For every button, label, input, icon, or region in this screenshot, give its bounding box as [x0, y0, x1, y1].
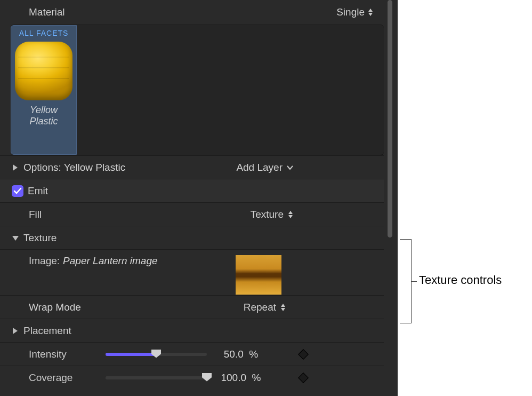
material-preview-swatch[interactable]: [15, 42, 72, 100]
facets-strip: ALL FACETS Yellow Plastic: [11, 25, 384, 155]
texture-image-label: Image: Paper Lantern image: [29, 255, 158, 267]
wrap-mode-dropdown[interactable]: Repeat: [240, 300, 289, 314]
coverage-label: Coverage: [29, 372, 98, 384]
texture-image-row: Image: Paper Lantern image: [0, 249, 384, 295]
annotation-label: Texture controls: [419, 273, 502, 287]
texture-image-well[interactable]: [236, 255, 281, 295]
keyframe-icon[interactable]: [298, 373, 309, 383]
wrap-mode-row: Wrap Mode Repeat: [0, 295, 384, 319]
scroll-thumb[interactable]: [388, 0, 392, 237]
texture-group-row: Texture: [0, 226, 384, 249]
options-label: Options: Yellow Plastic: [23, 162, 233, 173]
fill-label: Fill: [29, 209, 247, 220]
material-header-row: Material Single: [0, 0, 384, 25]
placement-row: Placement: [0, 319, 384, 342]
disclosure-down-icon[interactable]: [12, 235, 23, 241]
options-row: Options: Yellow Plastic Add Layer: [0, 155, 384, 179]
intensity-slider[interactable]: [106, 353, 207, 356]
material-mode-value: Single: [336, 6, 365, 18]
keyframe-icon[interactable]: [298, 349, 309, 360]
disclosure-right-icon[interactable]: [12, 327, 23, 335]
stepper-icon: [368, 9, 373, 16]
material-mode-dropdown[interactable]: Single: [333, 5, 376, 19]
material-inspector-panel: Material Single ALL FACETS Yellow Plasti…: [0, 0, 398, 396]
emit-checkbox[interactable]: [12, 185, 23, 197]
material-label: Material: [29, 6, 333, 18]
placement-label: Placement: [23, 325, 376, 337]
fill-type-dropdown[interactable]: Texture: [247, 208, 296, 221]
vertical-scrollbar[interactable]: [384, 0, 398, 396]
texture-thumbnail: [236, 255, 281, 295]
coverage-slider[interactable]: [106, 376, 207, 379]
stepper-icon: [288, 211, 293, 218]
check-icon: [13, 187, 22, 195]
stepper-icon: [280, 304, 286, 311]
emit-row: Emit: [0, 179, 384, 202]
all-facets-tab[interactable]: ALL FACETS: [14, 29, 73, 41]
fill-row: Fill Texture: [0, 202, 384, 226]
intensity-value[interactable]: 50.0 %: [214, 349, 268, 360]
emit-label: Emit: [28, 185, 376, 197]
disclosure-right-icon[interactable]: [12, 164, 23, 171]
intensity-row: Intensity 50.0 %: [0, 342, 384, 366]
facet-all-selected[interactable]: ALL FACETS Yellow Plastic: [11, 25, 77, 155]
material-name: Yellow Plastic: [14, 102, 73, 127]
chevron-down-icon: [287, 165, 293, 170]
coverage-value[interactable]: 100.0 %: [214, 372, 268, 384]
intensity-label: Intensity: [29, 349, 98, 360]
annotation-bracket: [400, 239, 412, 323]
wrap-mode-label: Wrap Mode: [29, 302, 240, 313]
add-layer-dropdown[interactable]: Add Layer: [233, 161, 296, 175]
texture-group-label: Texture: [23, 232, 376, 244]
